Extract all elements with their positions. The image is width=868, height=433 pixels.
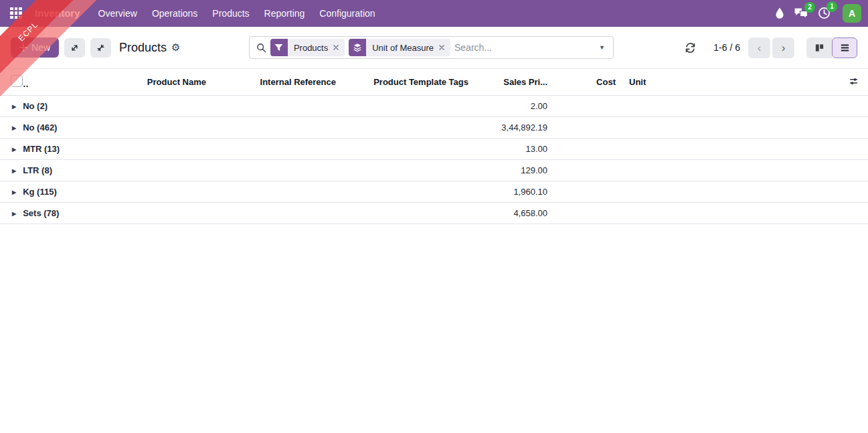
menu-configuration[interactable]: Configuration (312, 0, 382, 27)
collapse-groups-button[interactable] (90, 38, 111, 58)
group-sales-price: 2.00 (475, 96, 554, 117)
gear-icon[interactable]: ⚙ (171, 41, 180, 54)
column-unit[interactable]: Unit (622, 69, 669, 96)
search-input[interactable] (454, 42, 588, 53)
group-by-icon (349, 39, 366, 56)
group-row[interactable]: ▶MTR (13) 13.00 (0, 139, 868, 160)
activities-button[interactable]: 1 (818, 7, 831, 19)
list-view-icon (840, 43, 850, 53)
group-caret-icon[interactable]: ▶ (12, 189, 16, 195)
group-label: Sets (78) (23, 208, 59, 218)
search-icon (256, 43, 266, 53)
expand-groups-button[interactable] (64, 38, 85, 58)
optional-columns-button[interactable] (839, 69, 868, 96)
app-name[interactable]: Inventory (35, 7, 80, 19)
column-internal-reference[interactable]: Internal Reference (213, 69, 343, 96)
group-sales-price: 4,658.00 (475, 203, 554, 224)
group-label: Kg (115) (23, 187, 57, 197)
group-sales-price: 129.00 (475, 160, 554, 181)
group-caret-icon[interactable]: ▶ (12, 125, 16, 131)
group-row[interactable]: ▶Kg (115) 1,960.10 (0, 181, 868, 203)
filter-icon (270, 39, 288, 56)
systray: 2 1 A (775, 4, 861, 23)
group-label: No (462) (23, 122, 57, 133)
refresh-button[interactable] (682, 39, 699, 56)
group-caret-icon[interactable]: ▶ (12, 168, 16, 174)
pager: 1-6 / 6 (713, 42, 740, 53)
search-dropdown-caret-icon[interactable]: ▼ (592, 45, 605, 51)
sliders-icon (849, 76, 859, 86)
menu-products[interactable]: Products (205, 0, 256, 27)
group-caret-icon[interactable]: ▶ (12, 211, 16, 217)
menu-reporting[interactable]: Reporting (257, 0, 313, 27)
messages-button[interactable]: 2 (794, 7, 808, 19)
select-all-checkbox[interactable] (11, 75, 23, 87)
group-label: MTR (13) (23, 144, 60, 154)
facet-label: Products (294, 43, 328, 53)
facet-label: Unit of Measure (372, 43, 434, 53)
group-label: LTR (8) (23, 165, 52, 175)
column-product-template-tags[interactable]: Product Template Tags (343, 69, 475, 96)
group-row[interactable]: ▶Sets (78) 4,658.00 (0, 203, 868, 224)
group-sales-price: 1,960.10 (475, 181, 554, 203)
group-label: No (2) (23, 101, 48, 111)
top-navbar: Inventory Overview Operations Products R… (0, 0, 868, 27)
control-panel: New Products ⚙ Products (0, 27, 868, 68)
user-avatar[interactable]: A (843, 4, 861, 23)
products-list: Product Name Internal Reference Product … (0, 68, 868, 224)
facet-remove-icon[interactable] (439, 45, 444, 50)
group-row[interactable]: ▶No (2) 2.00 (0, 96, 868, 117)
new-button[interactable]: New (11, 37, 59, 58)
group-caret-icon[interactable]: ▶ (12, 104, 16, 110)
list-view-button[interactable] (832, 37, 857, 58)
menu-overview[interactable]: Overview (91, 0, 145, 27)
droplet-icon[interactable] (775, 7, 784, 19)
facet-remove-icon[interactable] (333, 45, 339, 50)
kanban-view-icon (814, 43, 824, 53)
column-product-name[interactable]: Product Name (28, 69, 213, 96)
messages-badge: 2 (804, 2, 815, 13)
group-sales-price: 13.00 (475, 139, 554, 160)
column-cost[interactable]: Cost (554, 69, 622, 96)
apps-menu-button[interactable] (4, 1, 28, 25)
group-row[interactable]: ▶LTR (8) 129.00 (0, 160, 868, 181)
group-caret-icon[interactable]: ▶ (12, 147, 16, 153)
activities-badge: 1 (827, 1, 837, 12)
group-sales-price: 3,44,892.19 (475, 117, 554, 139)
facet-filter-products[interactable]: Products (270, 39, 345, 56)
apps-grid-icon (10, 7, 22, 19)
expand-icon (70, 43, 80, 53)
menu-operations[interactable]: Operations (145, 0, 205, 27)
view-switcher (806, 37, 857, 58)
refresh-icon (685, 42, 696, 54)
facet-groupby-unit-of-measure[interactable]: Unit of Measure (349, 39, 450, 56)
breadcrumb-title: Products (119, 41, 167, 55)
search-bar[interactable]: Products Unit of Measure ▼ (249, 36, 614, 59)
pager-next-button[interactable]: › (772, 37, 794, 58)
pager-previous-button[interactable]: ‹ (748, 37, 770, 58)
plus-icon (19, 44, 27, 52)
new-button-label: New (31, 42, 50, 53)
control-panel-right: 1-6 / 6 ‹ › (682, 37, 857, 58)
group-row[interactable]: ▶No (462) 3,44,892.19 (0, 117, 868, 139)
column-sales-price[interactable]: Sales Pri... (475, 69, 554, 96)
collapse-icon (96, 43, 106, 53)
kanban-view-button[interactable] (806, 37, 832, 58)
list-header-row: Product Name Internal Reference Product … (0, 69, 868, 96)
